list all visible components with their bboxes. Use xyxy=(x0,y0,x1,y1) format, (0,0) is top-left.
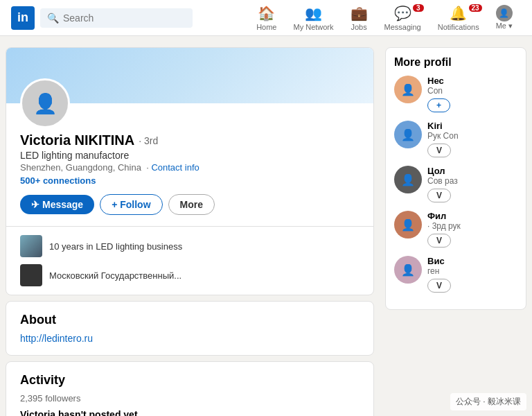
suggest-item-4: 👤 Вис ген V xyxy=(394,256,517,293)
profile-location: Shenzhen, Guangdong, China · Contact inf… xyxy=(20,162,360,173)
suggest-name-2: Цол xyxy=(427,166,517,176)
more-button[interactable]: More xyxy=(168,194,215,215)
suggest-detail-2: Сов раз xyxy=(427,176,517,186)
suggest-info-2: Цол Сов раз V xyxy=(427,166,517,202)
nav-me-label: Me ▾ xyxy=(496,21,513,31)
more-profiles-title: More profil xyxy=(394,56,517,69)
suggest-btn-0[interactable]: + xyxy=(427,98,450,112)
suggest-avatar-0: 👤 xyxy=(394,76,422,103)
suggest-avatar-1: 👤 xyxy=(394,121,422,148)
search-icon: 🔍 xyxy=(47,12,59,24)
messaging-badge: 3 xyxy=(413,4,424,12)
profile-headline: LED lighting manufactore xyxy=(20,150,360,161)
suggest-name-1: Kiri xyxy=(427,121,517,131)
profile-card: 👤 Victoria NIKITINA · 3rd LED lighting m… xyxy=(6,47,374,295)
nav-jobs-label: Jobs xyxy=(351,23,366,31)
about-section: About http://ledintero.ru xyxy=(6,301,374,356)
profile-top-section: 👤 Victoria NIKITINA · 3rd LED lighting m… xyxy=(6,78,373,226)
suggest-detail-1: Рук Con xyxy=(427,131,517,141)
message-icon: ✈ xyxy=(31,199,39,210)
suggest-avatar-3: 👤 xyxy=(394,211,422,239)
suggest-info-1: Kiri Рук Con V xyxy=(427,121,517,157)
suggest-detail-4: ген xyxy=(427,266,517,276)
suggest-name-3: Фил xyxy=(427,211,517,221)
profile-main-column: 👤 Victoria NIKITINA · 3rd LED lighting m… xyxy=(0,47,380,416)
notifications-badge: 23 xyxy=(469,4,482,12)
nav-item-network[interactable]: 👥 My Network xyxy=(285,0,342,36)
jobs-icon: 💼 xyxy=(351,5,368,21)
exp-text-1: Московский Государственный... xyxy=(49,270,181,281)
nav-network-label: My Network xyxy=(293,23,333,31)
nav-item-jobs[interactable]: 💼 Jobs xyxy=(342,0,376,36)
suggest-btn-2[interactable]: V xyxy=(427,189,451,202)
exp-logo-1 xyxy=(20,264,42,286)
exp-logo-0 xyxy=(20,235,42,257)
profile-name-row: Victoria NIKITINA · 3rd xyxy=(20,132,360,148)
avatar: 👤 xyxy=(496,5,513,21)
top-navigation: in 🔍 🏠 Home 👥 My Network 💼 Jobs 💬 3 Mess… xyxy=(0,0,532,36)
nav-messaging-label: Messaging xyxy=(384,23,421,31)
suggest-avatar-4: 👤 xyxy=(394,256,422,284)
profile-actions: ✈ Message + Follow More xyxy=(20,194,360,215)
activity-section: Activity 2,395 followers Victoria hasn't… xyxy=(6,361,374,416)
search-bar[interactable]: 🔍 xyxy=(40,8,193,28)
suggest-item-2: 👤 Цол Сов раз V xyxy=(394,166,517,202)
contact-info-link[interactable]: Contact info xyxy=(151,162,199,173)
exp-preview-item-1: Московский Государственный... xyxy=(20,264,360,286)
suggest-avatar-2: 👤 xyxy=(394,166,422,193)
main-layout: 👤 Victoria NIKITINA · 3rd LED lighting m… xyxy=(0,36,532,416)
nav-item-messaging[interactable]: 💬 3 Messaging xyxy=(376,0,429,36)
nav-item-notifications[interactable]: 🔔 23 Notifications xyxy=(429,0,488,36)
suggest-btn-4[interactable]: V xyxy=(427,279,451,293)
right-sidebar: More profil 👤 Нес Con + 👤 Kiri Рук Con V xyxy=(380,47,532,416)
more-profiles-card: More profil 👤 Нес Con + 👤 Kiri Рук Con V xyxy=(385,47,526,310)
follow-button[interactable]: + Follow xyxy=(100,194,162,215)
linkedin-logo[interactable]: in xyxy=(11,6,35,30)
network-icon: 👥 xyxy=(305,5,322,21)
suggest-item-1: 👤 Kiri Рук Con V xyxy=(394,121,517,157)
profile-connections[interactable]: 500+ connections xyxy=(20,175,360,186)
nav-home-label: Home xyxy=(256,23,276,31)
suggest-info-4: Вис ген V xyxy=(427,256,517,293)
nav-item-home[interactable]: 🏠 Home xyxy=(248,0,285,36)
suggest-info-3: Фил · 3рд рук V xyxy=(427,211,517,248)
notifications-icon: 🔔 xyxy=(450,5,467,21)
suggest-info-0: Нес Con + xyxy=(427,76,517,112)
suggest-name-4: Вис xyxy=(427,256,517,266)
nav-notifications-label: Notifications xyxy=(438,23,479,31)
suggest-item-0: 👤 Нес Con + xyxy=(394,76,517,112)
nav-item-me[interactable]: 👤 Me ▾ xyxy=(488,0,521,36)
activity-title: Activity xyxy=(20,373,360,388)
suggest-item-3: 👤 Фил · 3рд рук V xyxy=(394,211,517,248)
exp-text-0: 10 years in LED lighting business xyxy=(49,241,182,252)
message-button[interactable]: ✈ Message xyxy=(20,195,94,214)
home-icon: 🏠 xyxy=(258,5,275,21)
profile-avatar: 👤 xyxy=(20,78,70,128)
messaging-icon: 💬 xyxy=(394,5,411,21)
about-title: About xyxy=(20,313,360,327)
nav-items: 🏠 Home 👥 My Network 💼 Jobs 💬 3 Messaging… xyxy=(248,0,521,36)
watermark: 公众号 · 毅冰米课 xyxy=(450,393,526,410)
profile-experience-preview: 10 years in LED lighting business Москов… xyxy=(6,226,373,295)
about-url[interactable]: http://ledintero.ru xyxy=(20,333,93,344)
suggest-detail-0: Con xyxy=(427,86,517,96)
exp-preview-item-0: 10 years in LED lighting business xyxy=(20,235,360,257)
activity-no-post: Victoria hasn't posted yet xyxy=(20,409,360,416)
profile-name: Victoria NIKITINA xyxy=(20,132,134,148)
search-input[interactable] xyxy=(63,12,186,24)
suggest-name-0: Нес xyxy=(427,76,517,86)
activity-followers: 2,395 followers xyxy=(20,393,360,404)
suggest-detail-3: · 3рд рук xyxy=(427,221,517,231)
suggest-btn-3[interactable]: V xyxy=(427,234,451,248)
profile-degree: · 3rd xyxy=(139,135,158,146)
suggest-btn-1[interactable]: V xyxy=(427,144,451,157)
